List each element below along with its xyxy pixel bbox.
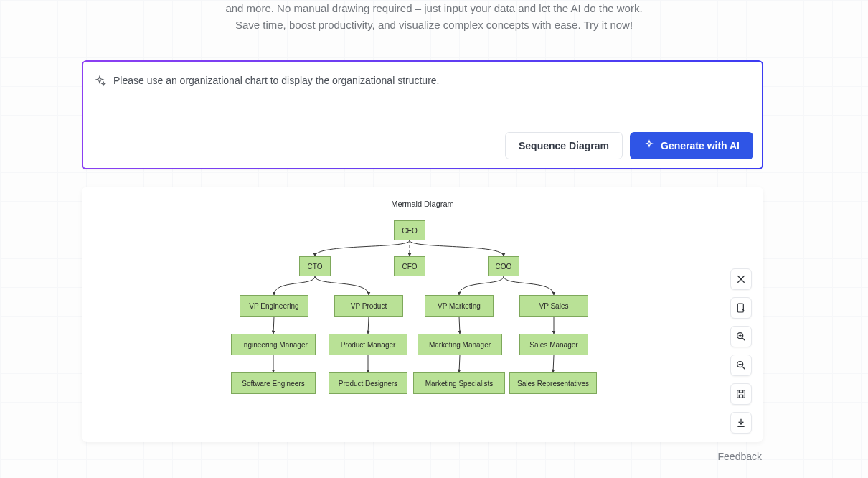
zoom-in-icon (735, 331, 747, 342)
feedback-link[interactable]: Feedback (718, 451, 762, 462)
org-node-cto: CTO (299, 256, 331, 276)
org-node-vpm: VP Marketing (425, 295, 494, 317)
org-node-eng: Engineering Manager (231, 334, 316, 355)
prompt-card: Please use an organizational chart to di… (82, 60, 763, 169)
org-node-mm: Marketing Manager (418, 334, 502, 355)
download-icon (735, 417, 747, 428)
svg-rect-3 (737, 390, 745, 398)
edit-button[interactable] (730, 297, 752, 319)
org-node-cfo: CFO (394, 256, 425, 276)
download-button[interactable] (730, 412, 752, 434)
close-button[interactable] (730, 268, 752, 290)
diagram-card: Mermaid Diagram CEOCTOCFOCOOVP Engineeri… (82, 187, 763, 442)
generate-with-ai-button[interactable]: Generate with AI (630, 132, 753, 159)
org-node-ceo: CEO (394, 220, 425, 240)
org-node-coo: COO (488, 256, 519, 276)
svg-rect-0 (737, 304, 743, 312)
edit-icon (735, 302, 747, 314)
zoom-out-button[interactable] (730, 355, 752, 376)
intro-text: and more. No manual drawing required – j… (0, 0, 868, 34)
org-node-se: Software Engineers (231, 372, 316, 394)
zoom-out-icon (735, 360, 747, 371)
sparkle-icon (643, 139, 655, 153)
org-node-vpe: VP Engineering (240, 295, 308, 317)
save-icon (735, 388, 747, 400)
prompt-text[interactable]: Please use an organizational chart to di… (113, 75, 440, 86)
intro-line-1: and more. No manual drawing required – j… (0, 0, 868, 17)
org-node-pd: Product Designers (329, 372, 407, 394)
org-node-sr: Sales Representatives (509, 372, 597, 394)
sequence-diagram-button[interactable]: Sequence Diagram (505, 132, 623, 159)
close-icon (735, 273, 747, 285)
org-node-pm: Product Manager (329, 334, 407, 355)
sparkle-icon (93, 75, 106, 90)
org-node-vps: VP Sales (519, 295, 588, 317)
intro-line-2: Save time, boost productivity, and visua… (0, 17, 868, 33)
org-node-vpp: VP Product (334, 295, 403, 317)
save-button[interactable] (730, 383, 752, 405)
org-node-sm: Sales Manager (519, 334, 588, 355)
diagram-title: Mermaid Diagram (82, 200, 763, 208)
org-node-ms: Marketing Specialists (413, 372, 505, 394)
zoom-in-button[interactable] (730, 326, 752, 347)
